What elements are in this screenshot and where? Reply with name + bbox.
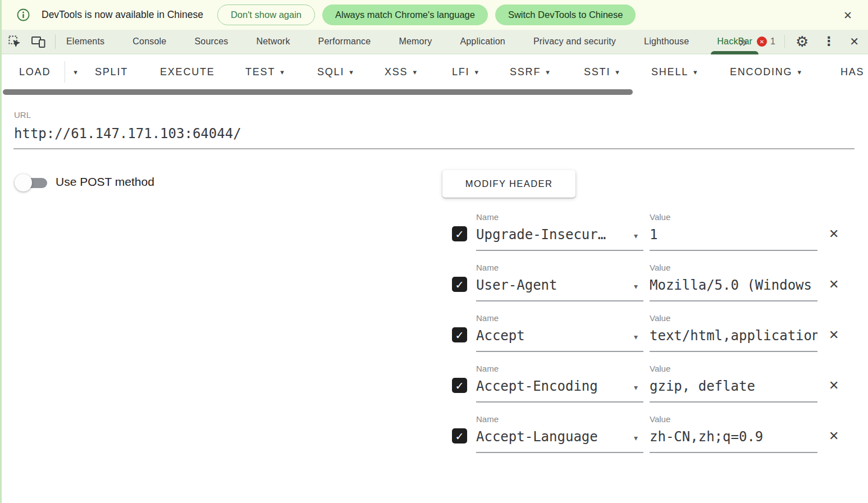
name-field-underline <box>476 300 643 301</box>
header-enabled-checkbox[interactable]: ✓ <box>452 277 467 292</box>
execute-button[interactable]: EXECUTE <box>160 54 215 89</box>
encoding-menu-label: ENCODING <box>730 66 792 78</box>
header-name-input[interactable]: Accept-Language <box>476 429 643 445</box>
url-input[interactable]: http://61.147.171.103:64044/ <box>14 126 241 141</box>
name-field-label: Name <box>476 263 499 272</box>
xss-menu-button[interactable]: XSS ▾ <box>385 54 417 89</box>
always-match-language-button[interactable]: Always match Chrome's language <box>322 4 488 25</box>
url-input-underline <box>13 148 855 149</box>
header-value-input[interactable]: text/html,application <box>650 328 817 344</box>
shell-menu-button[interactable]: SHELL ▾ <box>651 54 697 89</box>
name-field-underline <box>476 250 643 251</box>
error-count[interactable]: 1 <box>770 36 775 47</box>
header-value-input[interactable]: gzip, deflate <box>650 378 817 394</box>
tab-privacy-and-security[interactable]: Privacy and security <box>524 30 625 53</box>
devtools-window: DevTools is now available in Chinese Don… <box>0 0 868 503</box>
header-value-field: Value 1 <box>650 209 817 254</box>
remove-header-icon[interactable]: ✕ <box>829 429 839 443</box>
ssti-menu-button[interactable]: SSTI ▾ <box>584 54 619 89</box>
settings-gear-icon[interactable]: ⚙ <box>796 34 808 49</box>
tab-network[interactable]: Network <box>247 30 300 53</box>
hackbar-toolbar: LOAD ▾ SPLIT EXECUTE TEST ▾ SQLI ▾ XSS ▾… <box>0 54 868 89</box>
shell-dropdown-icon: ▾ <box>693 68 697 76</box>
split-button[interactable]: SPLIT <box>95 54 128 89</box>
header-row: ✓ Name Upgrade-Insecur… ▾ Value 1 ✕ <box>452 209 845 260</box>
ssrf-menu-button[interactable]: SSRF ▾ <box>510 54 550 89</box>
header-name-input[interactable]: Upgrade-Insecur… <box>476 227 643 243</box>
load-dropdown-icon[interactable]: ▾ <box>74 68 77 76</box>
load-split-separator <box>65 61 65 83</box>
more-tabs-chevron-icon[interactable]: » <box>738 34 748 49</box>
ssti-dropdown-icon: ▾ <box>615 68 619 76</box>
tab-console[interactable]: Console <box>123 30 176 53</box>
more-options-icon[interactable]: ⋮ <box>823 35 835 48</box>
devtools-tabbar: Elements Console Sources Network Perform… <box>0 30 868 54</box>
header-value-field: Value gzip, deflate <box>650 361 817 406</box>
hackbar-horizontal-scrollbar[interactable] <box>3 89 633 95</box>
error-badge-icon[interactable]: ✕ <box>757 36 767 47</box>
tab-lighthouse[interactable]: Lighthouse <box>634 30 698 53</box>
header-name-input[interactable]: Accept <box>476 328 643 344</box>
header-enabled-checkbox[interactable]: ✓ <box>452 327 467 342</box>
value-field-underline <box>650 452 817 453</box>
ssti-menu-label: SSTI <box>584 66 610 78</box>
ssrf-menu-label: SSRF <box>510 66 541 78</box>
sqli-menu-label: SQLI <box>317 66 344 78</box>
name-field-underline <box>476 351 643 352</box>
header-name-input[interactable]: User-Agent <box>476 277 643 293</box>
encoding-menu-button[interactable]: ENCODING ▾ <box>730 54 801 89</box>
header-name-field: Name Accept-Encoding ▾ <box>476 361 643 406</box>
inspect-element-icon[interactable] <box>8 35 21 48</box>
header-name-input[interactable]: Accept-Encoding <box>476 378 643 394</box>
lfi-menu-label: LFI <box>452 66 469 78</box>
tabbar-separator <box>55 34 56 49</box>
hashing-menu-button[interactable]: HAS <box>840 54 864 89</box>
name-dropdown-icon[interactable]: ▾ <box>634 282 638 291</box>
header-enabled-checkbox[interactable]: ✓ <box>452 428 467 443</box>
name-dropdown-icon[interactable]: ▾ <box>634 332 638 341</box>
header-row: ✓ Name Accept-Encoding ▾ Value gzip, def… <box>452 361 845 411</box>
tab-sources[interactable]: Sources <box>185 30 237 53</box>
header-value-field: Value Mozilla/5.0 (Windows <box>650 260 817 305</box>
tab-performance[interactable]: Performance <box>309 30 381 53</box>
xss-menu-label: XSS <box>385 66 408 78</box>
header-name-field: Name Accept ▾ <box>476 310 643 355</box>
sqli-menu-button[interactable]: SQLI ▾ <box>317 54 353 89</box>
load-button[interactable]: LOAD ▾ <box>19 54 77 89</box>
ssrf-dropdown-icon: ▾ <box>546 68 550 76</box>
name-field-label: Name <box>476 414 499 424</box>
tab-memory[interactable]: Memory <box>389 30 441 53</box>
remove-header-icon[interactable]: ✕ <box>829 227 839 241</box>
remove-header-icon[interactable]: ✕ <box>829 378 839 392</box>
name-field-label: Name <box>476 212 499 222</box>
remove-header-icon[interactable]: ✕ <box>829 328 839 342</box>
device-toolbar-icon[interactable] <box>31 35 46 48</box>
load-button-label: LOAD <box>19 66 51 78</box>
header-enabled-checkbox[interactable]: ✓ <box>452 378 467 393</box>
header-row: ✓ Name User-Agent ▾ Value Mozilla/5.0 (W… <box>452 260 845 310</box>
modify-header-button[interactable]: MODIFY HEADER <box>442 170 575 198</box>
value-field-underline <box>650 250 817 251</box>
devtools-close-icon[interactable]: ✕ <box>849 36 859 47</box>
test-menu-button[interactable]: TEST ▾ <box>245 54 284 89</box>
tab-elements[interactable]: Elements <box>57 30 114 53</box>
use-post-toggle[interactable] <box>15 173 49 193</box>
infobar-close-icon[interactable]: ✕ <box>843 9 852 21</box>
name-dropdown-icon[interactable]: ▾ <box>634 383 638 392</box>
switch-to-chinese-button[interactable]: Switch DevTools to Chinese <box>495 4 636 25</box>
header-rows: ✓ Name Upgrade-Insecur… ▾ Value 1 ✕ ✓ Na… <box>452 209 845 462</box>
header-value-input[interactable]: 1 <box>650 227 817 243</box>
test-menu-label: TEST <box>245 66 275 78</box>
language-infobar: DevTools is now available in Chinese Don… <box>0 0 868 30</box>
header-value-field: Value text/html,application <box>650 310 817 355</box>
xss-dropdown-icon: ▾ <box>413 68 417 76</box>
remove-header-icon[interactable]: ✕ <box>829 277 839 291</box>
tab-application[interactable]: Application <box>450 30 514 53</box>
name-dropdown-icon[interactable]: ▾ <box>634 231 638 240</box>
lfi-menu-button[interactable]: LFI ▾ <box>452 54 478 89</box>
dont-show-again-button[interactable]: Don't show again <box>217 4 315 25</box>
header-value-input[interactable]: Mozilla/5.0 (Windows <box>650 277 817 293</box>
header-enabled-checkbox[interactable]: ✓ <box>452 226 467 241</box>
name-dropdown-icon[interactable]: ▾ <box>634 433 638 442</box>
header-value-input[interactable]: zh-CN,zh;q=0.9 <box>650 429 817 445</box>
